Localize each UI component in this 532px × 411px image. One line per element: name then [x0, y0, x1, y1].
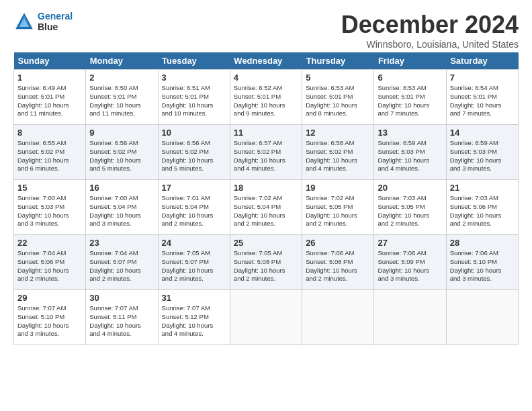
day-number: 31 — [162, 293, 226, 303]
logo-icon — [13, 11, 35, 32]
day-info: Sunrise: 7:01 AM Sunset: 5:04 PM Dayligh… — [162, 194, 226, 228]
day-info: Sunrise: 6:56 AM Sunset: 5:02 PM Dayligh… — [162, 139, 226, 173]
col-sunday: Sunday — [14, 52, 86, 70]
calendar-cell: 8Sunrise: 6:55 AM Sunset: 5:02 PM Daylig… — [14, 125, 86, 180]
day-number: 27 — [378, 238, 442, 248]
col-tuesday: Tuesday — [158, 52, 230, 70]
day-info: Sunrise: 7:04 AM Sunset: 5:06 PM Dayligh… — [17, 249, 82, 283]
day-number: 26 — [306, 238, 370, 248]
calendar-week-row: 8Sunrise: 6:55 AM Sunset: 5:02 PM Daylig… — [14, 125, 519, 180]
calendar-cell: 14Sunrise: 6:59 AM Sunset: 5:03 PM Dayli… — [446, 125, 518, 180]
location: Winnsboro, Louisiana, United States — [341, 39, 519, 50]
day-number: 20 — [378, 183, 442, 193]
calendar-week-row: 15Sunrise: 7:00 AM Sunset: 5:03 PM Dayli… — [14, 180, 519, 235]
calendar-cell: 13Sunrise: 6:59 AM Sunset: 5:03 PM Dayli… — [374, 125, 446, 180]
calendar-cell: 27Sunrise: 7:06 AM Sunset: 5:09 PM Dayli… — [374, 235, 446, 290]
calendar-cell: 22Sunrise: 7:04 AM Sunset: 5:06 PM Dayli… — [14, 235, 86, 290]
calendar-cell: 6Sunrise: 6:53 AM Sunset: 5:01 PM Daylig… — [374, 70, 446, 125]
day-number: 14 — [450, 128, 515, 138]
day-info: Sunrise: 6:51 AM Sunset: 5:01 PM Dayligh… — [162, 84, 226, 118]
day-number: 24 — [162, 238, 226, 248]
calendar-cell — [302, 290, 374, 345]
calendar-cell: 20Sunrise: 7:03 AM Sunset: 5:05 PM Dayli… — [374, 180, 446, 235]
day-number: 12 — [306, 128, 370, 138]
col-wednesday: Wednesday — [230, 52, 302, 70]
day-info: Sunrise: 6:59 AM Sunset: 5:03 PM Dayligh… — [378, 139, 442, 173]
day-number: 29 — [17, 293, 82, 303]
day-info: Sunrise: 6:55 AM Sunset: 5:02 PM Dayligh… — [17, 139, 82, 173]
day-info: Sunrise: 7:05 AM Sunset: 5:08 PM Dayligh… — [234, 249, 298, 283]
day-number: 21 — [450, 183, 515, 193]
calendar-cell: 9Sunrise: 6:56 AM Sunset: 5:02 PM Daylig… — [86, 125, 158, 180]
day-number: 23 — [89, 238, 154, 248]
day-number: 22 — [17, 238, 82, 248]
calendar-cell: 7Sunrise: 6:54 AM Sunset: 5:01 PM Daylig… — [446, 70, 518, 125]
day-info: Sunrise: 6:59 AM Sunset: 5:03 PM Dayligh… — [450, 139, 515, 173]
calendar-cell: 2Sunrise: 6:50 AM Sunset: 5:01 PM Daylig… — [86, 70, 158, 125]
calendar-header-row: Sunday Monday Tuesday Wednesday Thursday… — [14, 52, 519, 70]
col-saturday: Saturday — [446, 52, 518, 70]
day-info: Sunrise: 6:54 AM Sunset: 5:01 PM Dayligh… — [450, 84, 515, 118]
day-number: 1 — [17, 73, 82, 83]
day-number: 8 — [17, 128, 82, 138]
day-info: Sunrise: 7:03 AM Sunset: 5:05 PM Dayligh… — [378, 194, 442, 228]
col-friday: Friday — [374, 52, 446, 70]
day-info: Sunrise: 6:52 AM Sunset: 5:01 PM Dayligh… — [234, 84, 298, 118]
day-info: Sunrise: 7:00 AM Sunset: 5:04 PM Dayligh… — [89, 194, 154, 228]
col-monday: Monday — [86, 52, 158, 70]
day-number: 30 — [89, 293, 154, 303]
day-number: 6 — [378, 73, 442, 83]
calendar-week-row: 29Sunrise: 7:07 AM Sunset: 5:10 PM Dayli… — [14, 290, 519, 345]
day-number: 19 — [306, 183, 370, 193]
calendar-cell: 21Sunrise: 7:03 AM Sunset: 5:06 PM Dayli… — [446, 180, 518, 235]
day-info: Sunrise: 7:07 AM Sunset: 5:10 PM Dayligh… — [17, 304, 82, 338]
calendar-cell: 29Sunrise: 7:07 AM Sunset: 5:10 PM Dayli… — [14, 290, 86, 345]
day-number: 7 — [450, 73, 515, 83]
day-info: Sunrise: 7:06 AM Sunset: 5:09 PM Dayligh… — [378, 249, 442, 283]
day-info: Sunrise: 7:02 AM Sunset: 5:04 PM Dayligh… — [234, 194, 298, 228]
page-container: General Blue December 2024 Winnsboro, Lo… — [0, 0, 532, 352]
month-title: December 2024 — [341, 11, 519, 39]
day-number: 5 — [306, 73, 370, 83]
calendar-cell: 3Sunrise: 6:51 AM Sunset: 5:01 PM Daylig… — [158, 70, 230, 125]
calendar-week-row: 1Sunrise: 6:49 AM Sunset: 5:01 PM Daylig… — [14, 70, 519, 125]
header: General Blue December 2024 Winnsboro, Lo… — [13, 11, 519, 50]
calendar-week-row: 22Sunrise: 7:04 AM Sunset: 5:06 PM Dayli… — [14, 235, 519, 290]
day-number: 3 — [162, 73, 226, 83]
day-info: Sunrise: 6:57 AM Sunset: 5:02 PM Dayligh… — [234, 139, 298, 173]
calendar-cell: 5Sunrise: 6:53 AM Sunset: 5:01 PM Daylig… — [302, 70, 374, 125]
day-number: 16 — [89, 183, 154, 193]
calendar-cell: 11Sunrise: 6:57 AM Sunset: 5:02 PM Dayli… — [230, 125, 302, 180]
calendar-cell: 31Sunrise: 7:07 AM Sunset: 5:12 PM Dayli… — [158, 290, 230, 345]
day-info: Sunrise: 6:53 AM Sunset: 5:01 PM Dayligh… — [378, 84, 442, 118]
day-info: Sunrise: 6:58 AM Sunset: 5:02 PM Dayligh… — [306, 139, 370, 173]
calendar-cell — [230, 290, 302, 345]
title-block: December 2024 Winnsboro, Louisiana, Unit… — [341, 11, 519, 50]
calendar-cell: 17Sunrise: 7:01 AM Sunset: 5:04 PM Dayli… — [158, 180, 230, 235]
calendar-cell: 19Sunrise: 7:02 AM Sunset: 5:05 PM Dayli… — [302, 180, 374, 235]
calendar-cell: 12Sunrise: 6:58 AM Sunset: 5:02 PM Dayli… — [302, 125, 374, 180]
day-info: Sunrise: 7:05 AM Sunset: 5:07 PM Dayligh… — [162, 249, 226, 283]
day-number: 28 — [450, 238, 515, 248]
day-number: 17 — [162, 183, 226, 193]
calendar-cell — [374, 290, 446, 345]
day-number: 18 — [234, 183, 298, 193]
day-number: 2 — [89, 73, 154, 83]
calendar-cell: 28Sunrise: 7:06 AM Sunset: 5:10 PM Dayli… — [446, 235, 518, 290]
col-thursday: Thursday — [302, 52, 374, 70]
day-number: 10 — [162, 128, 226, 138]
calendar-cell: 23Sunrise: 7:04 AM Sunset: 5:07 PM Dayli… — [86, 235, 158, 290]
calendar-cell: 15Sunrise: 7:00 AM Sunset: 5:03 PM Dayli… — [14, 180, 86, 235]
day-info: Sunrise: 7:06 AM Sunset: 5:10 PM Dayligh… — [450, 249, 515, 283]
day-number: 13 — [378, 128, 442, 138]
calendar-cell: 26Sunrise: 7:06 AM Sunset: 5:08 PM Dayli… — [302, 235, 374, 290]
calendar-cell: 4Sunrise: 6:52 AM Sunset: 5:01 PM Daylig… — [230, 70, 302, 125]
calendar-cell: 18Sunrise: 7:02 AM Sunset: 5:04 PM Dayli… — [230, 180, 302, 235]
day-info: Sunrise: 7:06 AM Sunset: 5:08 PM Dayligh… — [306, 249, 370, 283]
calendar-table: Sunday Monday Tuesday Wednesday Thursday… — [13, 52, 519, 345]
logo: General Blue — [13, 11, 73, 32]
day-info: Sunrise: 6:56 AM Sunset: 5:02 PM Dayligh… — [89, 139, 154, 173]
day-info: Sunrise: 6:53 AM Sunset: 5:01 PM Dayligh… — [306, 84, 370, 118]
day-info: Sunrise: 7:07 AM Sunset: 5:11 PM Dayligh… — [89, 304, 154, 338]
calendar-cell — [446, 290, 518, 345]
